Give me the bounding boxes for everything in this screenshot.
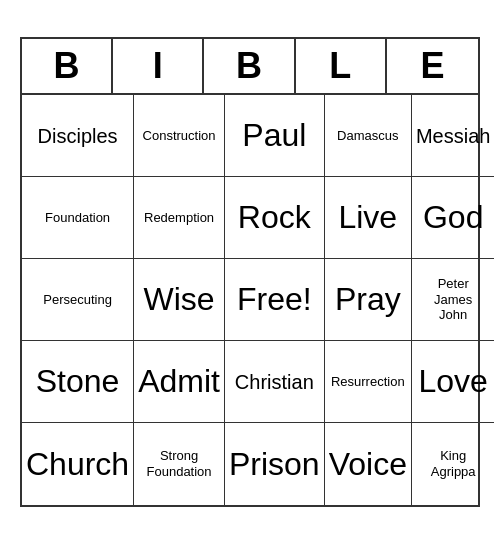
header-letter-e-4: E xyxy=(387,39,478,93)
cell-r2-c3: Pray xyxy=(325,259,412,341)
cell-text-r4-c4: KingAgrippa xyxy=(431,448,476,479)
cell-r0-c1: Construction xyxy=(134,95,225,177)
header-letter-i-1: I xyxy=(113,39,204,93)
cell-r2-c2: Free! xyxy=(225,259,325,341)
cell-r1-c0: Foundation xyxy=(22,177,134,259)
cell-text-r3-c4: Love xyxy=(418,362,487,400)
cell-r4-c3: Voice xyxy=(325,423,412,505)
cell-text-r4-c2: Prison xyxy=(229,445,320,483)
cell-r4-c1: StrongFoundation xyxy=(134,423,225,505)
cell-r1-c3: Live xyxy=(325,177,412,259)
cell-text-r1-c1: Redemption xyxy=(144,210,214,226)
cell-r2-c4: PeterJamesJohn xyxy=(412,259,494,341)
cell-r1-c4: God xyxy=(412,177,494,259)
cell-text-r4-c3: Voice xyxy=(329,445,407,483)
cell-text-r4-c0: Church xyxy=(26,445,129,483)
cell-text-r2-c4: PeterJamesJohn xyxy=(434,276,472,323)
header-letter-l-3: L xyxy=(296,39,387,93)
cell-text-r4-c1: StrongFoundation xyxy=(147,448,212,479)
cell-r3-c4: Love xyxy=(412,341,494,423)
cell-text-r2-c1: Wise xyxy=(144,280,215,318)
cell-r1-c1: Redemption xyxy=(134,177,225,259)
header-row: BIBLE xyxy=(22,39,478,95)
cell-text-r0-c0: Disciples xyxy=(38,124,118,148)
cell-r4-c0: Church xyxy=(22,423,134,505)
header-letter-b-0: B xyxy=(22,39,113,93)
cell-r4-c2: Prison xyxy=(225,423,325,505)
cell-text-r1-c3: Live xyxy=(338,198,397,236)
cell-r1-c2: Rock xyxy=(225,177,325,259)
cell-text-r2-c0: Persecuting xyxy=(43,292,112,308)
cell-r3-c1: Admit xyxy=(134,341,225,423)
bingo-card: BIBLE DisciplesConstructionPaulDamascusM… xyxy=(20,37,480,507)
cell-text-r0-c2: Paul xyxy=(242,116,306,154)
cell-text-r0-c1: Construction xyxy=(143,128,216,144)
cell-text-r1-c4: God xyxy=(423,198,483,236)
cell-text-r2-c3: Pray xyxy=(335,280,401,318)
cell-r4-c4: KingAgrippa xyxy=(412,423,494,505)
cell-r0-c4: Messiah xyxy=(412,95,494,177)
cell-text-r1-c2: Rock xyxy=(238,198,311,236)
cell-r2-c0: Persecuting xyxy=(22,259,134,341)
cell-text-r3-c3: Resurrection xyxy=(331,374,405,390)
cell-text-r3-c0: Stone xyxy=(36,362,120,400)
cell-r3-c0: Stone xyxy=(22,341,134,423)
cell-r0-c3: Damascus xyxy=(325,95,412,177)
cell-r3-c2: Christian xyxy=(225,341,325,423)
bingo-grid: DisciplesConstructionPaulDamascusMessiah… xyxy=(22,95,478,505)
cell-text-r0-c3: Damascus xyxy=(337,128,398,144)
cell-r2-c1: Wise xyxy=(134,259,225,341)
header-letter-b-2: B xyxy=(204,39,295,93)
cell-r0-c2: Paul xyxy=(225,95,325,177)
cell-text-r0-c4: Messiah xyxy=(416,124,490,148)
cell-text-r3-c1: Admit xyxy=(138,362,220,400)
cell-text-r3-c2: Christian xyxy=(235,370,314,394)
cell-r3-c3: Resurrection xyxy=(325,341,412,423)
cell-r0-c0: Disciples xyxy=(22,95,134,177)
cell-text-r2-c2: Free! xyxy=(237,280,312,318)
cell-text-r1-c0: Foundation xyxy=(45,210,110,226)
